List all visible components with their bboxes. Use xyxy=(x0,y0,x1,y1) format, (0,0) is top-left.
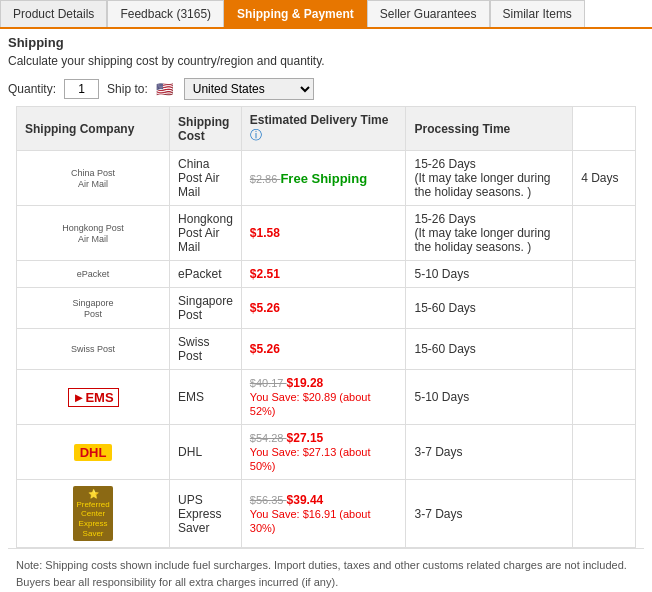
shipping-cost-2: $2.51 xyxy=(241,261,406,288)
company-name-3: Singapore Post xyxy=(170,288,242,329)
chinapost-label1: China Post xyxy=(71,168,115,178)
processing-time-0: 4 Days xyxy=(573,151,636,206)
ups-logo: ⭐PreferredCenterExpressSaver xyxy=(73,486,112,541)
company-logo-cell-4: Swiss Post xyxy=(17,329,170,370)
delivery-time-7: 3-7 Days xyxy=(406,480,573,548)
table-row: China PostAir MailChina Post Air Mail$2.… xyxy=(17,151,636,206)
processing-time-1 xyxy=(573,206,636,261)
cost-main-4: $5.26 xyxy=(250,342,280,356)
table-row: ⭐PreferredCenterExpressSaverUPS Express … xyxy=(17,480,636,548)
processing-time-5 xyxy=(573,370,636,425)
ems-logo: ►EMS xyxy=(68,388,119,407)
dhl-logo: DHL xyxy=(74,444,113,461)
cost-main-0: Free Shipping xyxy=(280,171,367,186)
delivery-time-6: 3-7 Days xyxy=(406,425,573,480)
table-row: Swiss PostSwiss Post$5.2615-60 Days xyxy=(17,329,636,370)
company-logo-cell-3: SingaporePost xyxy=(17,288,170,329)
shipping-cost-0: $2.86 Free Shipping xyxy=(241,151,406,206)
logo-label2-2: ePacket xyxy=(77,269,110,279)
info-icon[interactable]: ⓘ xyxy=(250,128,262,142)
shipping-cost-6: $54.28 $27.15You Save: $27.13 (about 50%… xyxy=(241,425,406,480)
tab-feedback[interactable]: Feedback (3165) xyxy=(107,0,224,27)
company-logo-cell-0: China PostAir Mail xyxy=(17,151,170,206)
processing-time-2 xyxy=(573,261,636,288)
tab-bar: Product DetailsFeedback (3165)Shipping &… xyxy=(0,0,652,29)
table-row: DHLDHL$54.28 $27.15You Save: $27.13 (abo… xyxy=(17,425,636,480)
shipping-cost-5: $40.17 $19.28You Save: $20.89 (about 52%… xyxy=(241,370,406,425)
country-select[interactable]: United States xyxy=(184,78,314,100)
section-description: Calculate your shipping cost by country/… xyxy=(0,52,652,74)
delivery-time-4: 15-60 Days xyxy=(406,329,573,370)
table-row: ePacketePacket$2.515-10 Days xyxy=(17,261,636,288)
company-name-7: UPS Express Saver xyxy=(170,480,242,548)
col-header-processing: Processing Time xyxy=(406,107,573,151)
tab-product-details[interactable]: Product Details xyxy=(0,0,107,27)
shipping-cost-1: $1.58 xyxy=(241,206,406,261)
hkpost-label2: Air Mail xyxy=(78,234,108,244)
company-name-1: Hongkong Post Air Mail xyxy=(170,206,242,261)
controls-bar: Quantity: Ship to: 🇺🇸 United States xyxy=(0,74,652,106)
cost-main-6: $27.15 xyxy=(287,431,324,445)
processing-time-4 xyxy=(573,329,636,370)
company-name-6: DHL xyxy=(170,425,242,480)
processing-time-6 xyxy=(573,425,636,480)
shipping-cost-7: $56.35 $39.44You Save: $16.91 (about 30%… xyxy=(241,480,406,548)
company-name-2: ePacket xyxy=(170,261,242,288)
logo-label2-3: Post xyxy=(84,309,102,319)
col-header-delivery: Estimated Delivery Time ⓘ xyxy=(241,107,406,151)
delivery-time-5: 5-10 Days xyxy=(406,370,573,425)
cost-main-3: $5.26 xyxy=(250,301,280,315)
ship-to-label: Ship to: xyxy=(107,82,148,96)
company-logo-cell-1: Hongkong PostAir Mail xyxy=(17,206,170,261)
cost-original-7: $56.35 xyxy=(250,494,287,506)
shipping-note: Note: Shipping costs shown include fuel … xyxy=(8,548,644,592)
tab-similar-items[interactable]: Similar Items xyxy=(490,0,585,27)
section-title: Shipping xyxy=(0,29,652,52)
cost-original-0: $2.86 xyxy=(250,173,281,185)
shipping-table-wrapper: Shipping CompanyShipping CostEstimated D… xyxy=(0,106,652,548)
processing-time-7 xyxy=(573,480,636,548)
quantity-input[interactable] xyxy=(64,79,99,99)
tab-shipping-payment[interactable]: Shipping & Payment xyxy=(224,0,367,27)
cost-original-6: $54.28 xyxy=(250,432,287,444)
delivery-time-1: 15-26 Days (It may take longer during th… xyxy=(406,206,573,261)
cost-save-5: You Save: $20.89 (about 52%) xyxy=(250,391,371,417)
cost-main-7: $39.44 xyxy=(287,493,324,507)
company-name-5: EMS xyxy=(170,370,242,425)
logo-label2-4: Swiss Post xyxy=(71,344,115,354)
logo-label1-3: Singapore xyxy=(73,298,114,308)
cost-save-7: You Save: $16.91 (about 30%) xyxy=(250,508,371,534)
cost-original-5: $40.17 xyxy=(250,377,287,389)
table-row: Hongkong PostAir MailHongkong Post Air M… xyxy=(17,206,636,261)
flag-icon: 🇺🇸 xyxy=(156,81,173,97)
processing-time-3 xyxy=(573,288,636,329)
delivery-time-0: 15-26 Days (It may take longer during th… xyxy=(406,151,573,206)
col-header-company: Shipping Company xyxy=(17,107,170,151)
tab-seller-guarantees[interactable]: Seller Guarantees xyxy=(367,0,490,27)
company-logo-cell-2: ePacket xyxy=(17,261,170,288)
company-name-4: Swiss Post xyxy=(170,329,242,370)
col-header-cost: Shipping Cost xyxy=(170,107,242,151)
cost-main-1: $1.58 xyxy=(250,226,280,240)
company-logo-cell-6: DHL xyxy=(17,425,170,480)
shipping-table: Shipping CompanyShipping CostEstimated D… xyxy=(16,106,636,548)
quantity-label: Quantity: xyxy=(8,82,56,96)
hkpost-label1: Hongkong Post xyxy=(62,223,124,233)
company-logo-cell-5: ►EMS xyxy=(17,370,170,425)
table-row: ►EMSEMS$40.17 $19.28You Save: $20.89 (ab… xyxy=(17,370,636,425)
company-logo-cell-7: ⭐PreferredCenterExpressSaver xyxy=(17,480,170,548)
shipping-cost-3: $5.26 xyxy=(241,288,406,329)
cost-main-5: $19.28 xyxy=(287,376,324,390)
table-row: SingaporePostSingapore Post$5.2615-60 Da… xyxy=(17,288,636,329)
shipping-cost-4: $5.26 xyxy=(241,329,406,370)
cost-save-6: You Save: $27.13 (about 50%) xyxy=(250,446,371,472)
cost-main-2: $2.51 xyxy=(250,267,280,281)
chinapost-label2: Air Mail xyxy=(78,179,108,189)
company-name-0: China Post Air Mail xyxy=(170,151,242,206)
delivery-time-2: 5-10 Days xyxy=(406,261,573,288)
delivery-time-3: 15-60 Days xyxy=(406,288,573,329)
